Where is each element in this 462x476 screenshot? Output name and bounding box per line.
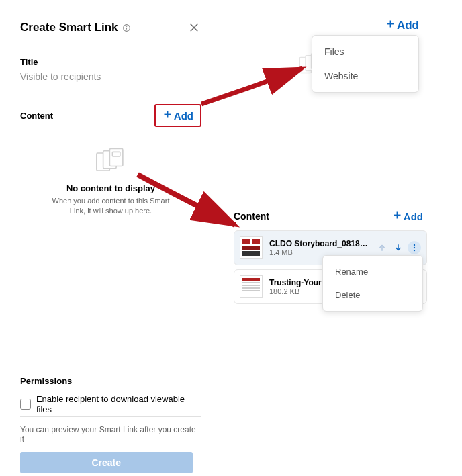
empty-state-subtitle: When you add content to this Smart Link,… — [50, 196, 171, 216]
add-button-label: Add — [174, 110, 193, 122]
svg-point-26 — [414, 247, 415, 248]
download-permission-row[interactable]: Enable recipient to download viewable fi… — [20, 394, 201, 414]
svg-rect-22 — [242, 251, 260, 256]
svg-rect-32 — [242, 287, 260, 289]
create-smart-link-panel: Create Smart Link Title Content Add — [20, 20, 201, 216]
add-menu: Files Website — [312, 35, 419, 93]
permissions-label: Permissions — [20, 376, 201, 386]
svg-rect-29 — [242, 278, 260, 281]
add-button-label: Add — [404, 211, 423, 222]
move-up-button[interactable] — [375, 241, 389, 254]
download-permission-label: Enable recipient to download viewable fi… — [36, 394, 201, 414]
move-down-button[interactable] — [391, 241, 405, 254]
svg-rect-33 — [242, 290, 260, 291]
info-icon[interactable] — [122, 23, 131, 32]
panel-footer: You can preview your Smart Link after yo… — [20, 416, 201, 473]
file-context-menu: Rename Delete — [322, 255, 423, 312]
content-list-header: Content Add — [234, 207, 427, 225]
content-section-header: Content Add — [20, 104, 201, 127]
svg-rect-20 — [252, 239, 260, 244]
empty-state-title: No content to display — [20, 183, 201, 193]
close-button[interactable] — [187, 20, 201, 35]
add-button-label: Add — [397, 19, 419, 32]
arrow-annotation-icon — [198, 60, 312, 114]
file-name: CLDO Storyboard_081823.pdf — [269, 239, 369, 248]
file-thumbnail — [240, 236, 263, 259]
panel-header: Create Smart Link — [20, 20, 201, 42]
panel-title-row: Create Smart Link — [20, 21, 131, 34]
checkbox-icon[interactable] — [20, 399, 31, 410]
plus-icon — [392, 210, 402, 222]
permissions-section: Permissions Enable recipient to download… — [20, 376, 201, 414]
plus-icon — [385, 19, 396, 32]
more-actions-button[interactable] — [408, 241, 421, 254]
file-meta: CLDO Storyboard_081823.pdf 1.4 MB — [269, 239, 369, 256]
top-add-container: Add — [381, 16, 423, 35]
empty-state: No content to display When you add conte… — [20, 147, 201, 216]
create-button[interactable]: Create — [20, 452, 193, 473]
plus-icon — [163, 109, 173, 122]
svg-point-2 — [126, 26, 127, 27]
title-input[interactable] — [20, 67, 201, 85]
file-row-actions — [375, 241, 421, 254]
close-icon — [188, 21, 200, 34]
svg-rect-19 — [242, 239, 250, 244]
svg-rect-9 — [109, 149, 123, 166]
svg-rect-31 — [242, 285, 260, 286]
context-menu-rename[interactable]: Rename — [323, 260, 422, 283]
svg-rect-30 — [242, 282, 260, 283]
content-label: Content — [20, 111, 53, 121]
documents-icon — [93, 167, 128, 179]
add-content-button-list[interactable]: Add — [388, 207, 427, 225]
add-menu-website[interactable]: Website — [312, 64, 418, 88]
svg-point-25 — [414, 244, 415, 246]
content-label: Content — [234, 211, 269, 222]
add-button-top[interactable]: Add — [381, 16, 423, 35]
add-content-button[interactable]: Add — [158, 107, 197, 124]
context-menu-delete[interactable]: Delete — [323, 283, 422, 307]
svg-rect-21 — [242, 246, 260, 250]
svg-point-27 — [414, 250, 415, 251]
add-button-highlight: Add — [154, 104, 201, 127]
footer-hint: You can preview your Smart Link after yo… — [20, 425, 201, 444]
panel-title: Create Smart Link — [20, 21, 118, 34]
title-field-label: Title — [20, 57, 201, 67]
add-menu-files[interactable]: Files — [312, 40, 418, 64]
file-thumbnail — [240, 275, 263, 298]
